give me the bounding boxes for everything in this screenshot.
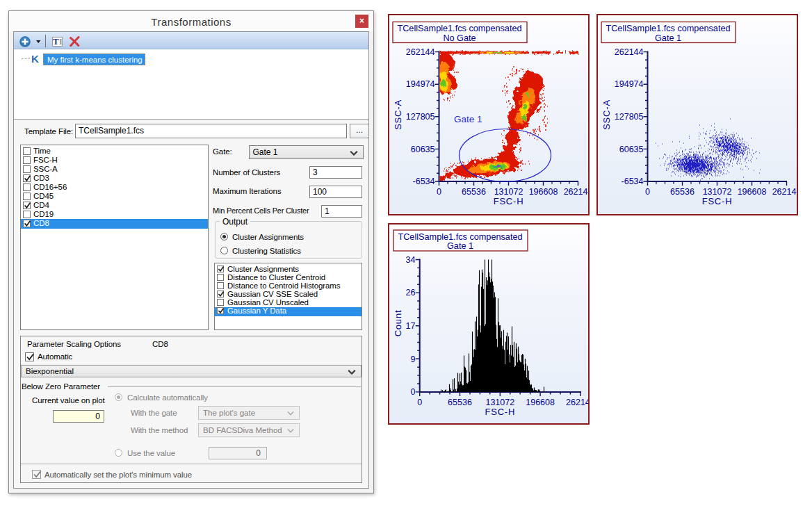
svg-text:9: 9 — [411, 354, 416, 364]
svg-text:0: 0 — [437, 187, 441, 197]
svg-text:131072: 131072 — [494, 187, 523, 197]
svg-text:262144: 262144 — [564, 187, 588, 197]
svg-text:194974: 194974 — [406, 79, 435, 89]
svg-text:FSC-H: FSC-H — [494, 196, 524, 206]
svg-text:TCellSample1.fcs compensated: TCellSample1.fcs compensated — [397, 24, 521, 33]
svg-text:127805: 127805 — [615, 112, 644, 122]
svg-text:262144: 262144 — [566, 398, 588, 407]
svg-text:65536: 65536 — [448, 398, 472, 407]
svg-text:Gate 1: Gate 1 — [454, 114, 482, 124]
svg-text:194974: 194974 — [615, 79, 644, 89]
svg-text:TCellSample1.fcs compensated: TCellSample1.fcs compensated — [606, 24, 730, 33]
svg-text:-6534: -6534 — [622, 177, 644, 186]
svg-text:131072: 131072 — [703, 187, 732, 197]
svg-text:Count: Count — [393, 310, 403, 337]
svg-text:No Gate: No Gate — [443, 33, 476, 43]
svg-text:0: 0 — [645, 187, 650, 197]
svg-text:65536: 65536 — [462, 187, 486, 197]
svg-text:196608: 196608 — [526, 398, 555, 407]
svg-text:FSC-H: FSC-H — [702, 196, 733, 206]
svg-text:262144: 262144 — [772, 187, 797, 197]
svg-text:127805: 127805 — [406, 112, 435, 122]
svg-text:26: 26 — [406, 288, 416, 297]
svg-text:TCellSample1.fcs compensated: TCellSample1.fcs compensated — [398, 232, 522, 242]
svg-text:17: 17 — [406, 321, 416, 331]
svg-text:SSC-A: SSC-A — [601, 99, 612, 130]
svg-text:196608: 196608 — [738, 187, 767, 197]
svg-text:34: 34 — [406, 255, 416, 265]
svg-text:65536: 65536 — [670, 187, 695, 197]
svg-text:Gate 1: Gate 1 — [655, 33, 681, 43]
svg-text:262144: 262144 — [615, 47, 644, 57]
svg-text:0: 0 — [411, 387, 416, 397]
svg-text:196608: 196608 — [529, 187, 558, 197]
svg-text:-6534: -6534 — [413, 177, 435, 186]
svg-text:FSC-H: FSC-H — [485, 407, 515, 417]
svg-text:Gate 1: Gate 1 — [447, 241, 473, 251]
svg-text:60635: 60635 — [619, 145, 644, 154]
svg-text:60635: 60635 — [411, 145, 435, 154]
svg-text:0: 0 — [417, 398, 422, 407]
svg-text:131072: 131072 — [485, 398, 514, 407]
svg-text:SSC-A: SSC-A — [393, 99, 403, 130]
svg-text:262144: 262144 — [406, 47, 435, 57]
